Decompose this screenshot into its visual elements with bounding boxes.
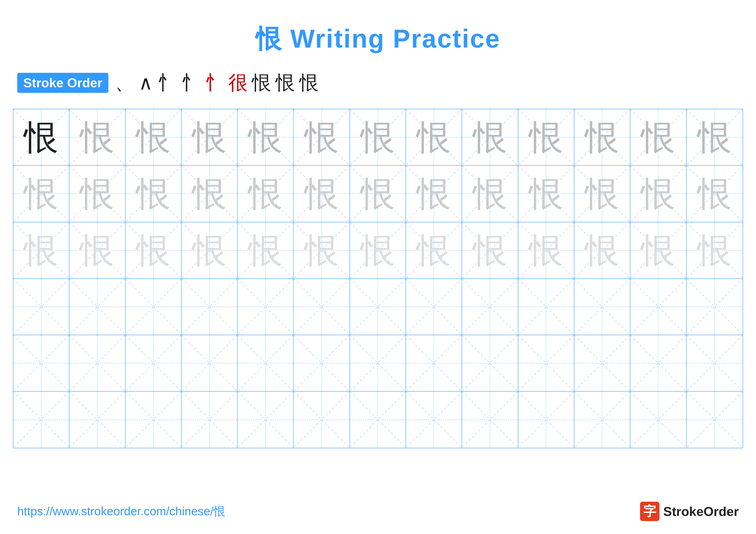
grid-cell: 恨 — [126, 222, 182, 278]
grid-cell: 恨 — [574, 109, 630, 165]
grid-row-2: 恨 恨 恨 恨 恨 恨 恨 恨 — [14, 165, 742, 222]
practice-char: 恨 — [417, 120, 451, 154]
practice-char: 恨 — [192, 233, 227, 267]
grid-cell — [462, 335, 518, 391]
grid-cell: 恨 — [462, 222, 518, 278]
grid-cell: 恨 — [518, 109, 574, 165]
grid-cell — [630, 335, 687, 391]
grid-cell — [687, 335, 742, 391]
grid-cell — [14, 335, 69, 391]
grid-cell: 恨 — [406, 165, 462, 222]
grid-cell — [14, 279, 69, 335]
practice-char: 恨 — [585, 176, 619, 211]
practice-char: 恨 — [697, 120, 732, 154]
stroke-seq-6: 很 — [228, 69, 248, 96]
practice-char: 恨 — [473, 233, 507, 267]
grid-cell — [14, 392, 69, 447]
stroke-seq-8: 恨 — [276, 69, 295, 96]
grid-cell — [294, 335, 350, 391]
logo-icon: 字 — [640, 502, 660, 521]
stroke-seq-9: 恨 — [299, 69, 319, 96]
grid-cell — [182, 392, 238, 447]
grid-cell: 恨 — [294, 109, 350, 165]
grid-cell: 恨 — [350, 165, 406, 222]
grid-cell — [238, 392, 294, 447]
grid-cell — [518, 335, 574, 391]
practice-char: 恨 — [136, 233, 171, 267]
practice-char: 恨 — [80, 176, 115, 211]
grid-cell — [126, 392, 182, 447]
practice-char: 恨 — [305, 120, 339, 154]
footer: https://www.strokeorder.com/chinese/恨 字 … — [17, 502, 739, 521]
grid-cell: 恨 — [406, 109, 462, 165]
grid-cell — [126, 335, 182, 391]
practice-char: 恨 — [529, 120, 563, 154]
practice-char: 恨 — [24, 176, 58, 211]
practice-char: 恨 — [529, 176, 563, 211]
grid-cell: 恨 — [69, 222, 125, 278]
grid-cell — [182, 279, 238, 335]
grid-cell — [69, 279, 125, 335]
grid-cell: 恨 — [687, 165, 742, 222]
grid-cell: 恨 — [518, 222, 574, 278]
grid-cell — [630, 392, 687, 447]
grid-cell — [238, 279, 294, 335]
grid-cell: 恨 — [406, 222, 462, 278]
stroke-sequence: 、 ∧ 忄 忄 忄 很 恨 恨 恨 — [115, 69, 319, 96]
grid-cell — [406, 279, 462, 335]
practice-char: 恨 — [473, 176, 507, 211]
grid-row-1: 恨 恨 恨 恨 恨 恨 恨 恨 — [14, 109, 742, 165]
stroke-order-row: Stroke Order 、 ∧ 忄 忄 忄 很 恨 恨 恨 — [0, 57, 756, 105]
grid-cell — [294, 279, 350, 335]
practice-char: 恨 — [529, 233, 563, 267]
grid-cell: 恨 — [630, 165, 687, 222]
grid-cell: 恨 — [350, 109, 406, 165]
practice-char: 恨 — [192, 176, 227, 211]
grid-row-4 — [14, 279, 742, 335]
grid-cell — [182, 335, 238, 391]
grid-cell — [406, 392, 462, 447]
grid-cell: 恨 — [126, 109, 182, 165]
grid-row-3: 恨 恨 恨 恨 恨 恨 恨 恨 — [14, 222, 742, 279]
practice-char: 恨 — [585, 233, 619, 267]
practice-char: 恨 — [136, 176, 171, 211]
grid-cell: 恨 — [182, 109, 238, 165]
grid-cell: 恨 — [69, 109, 125, 165]
practice-char: 恨 — [24, 233, 58, 267]
grid-cell: 恨 — [574, 165, 630, 222]
practice-char: 恨 — [136, 120, 171, 154]
grid-cell: 恨 — [294, 165, 350, 222]
grid-cell — [69, 392, 125, 447]
grid-cell — [518, 279, 574, 335]
grid-cell — [574, 279, 630, 335]
stroke-seq-1: 、 — [115, 69, 134, 96]
grid-cell — [238, 335, 294, 391]
practice-char: 恨 — [641, 233, 675, 267]
grid-cell: 恨 — [630, 109, 687, 165]
grid-cell — [406, 335, 462, 391]
footer-url: https://www.strokeorder.com/chinese/恨 — [17, 503, 226, 519]
grid-cell: 恨 — [687, 222, 742, 278]
stroke-seq-7: 恨 — [252, 69, 271, 96]
grid-cell: 恨 — [126, 165, 182, 222]
grid-cell: 恨 — [574, 222, 630, 278]
grid-cell — [350, 392, 406, 447]
grid-cell — [462, 279, 518, 335]
grid-cell: 恨 — [238, 165, 294, 222]
practice-char: 恨 — [305, 176, 339, 211]
title-char: 恨 — [256, 24, 282, 53]
grid-cell: 恨 — [294, 222, 350, 278]
grid-cell: 恨 — [462, 109, 518, 165]
grid-cell — [574, 335, 630, 391]
grid-cell — [350, 335, 406, 391]
grid-cell: 恨 — [182, 165, 238, 222]
grid-cell — [630, 279, 687, 335]
practice-char: 恨 — [248, 120, 283, 154]
practice-grid: 恨 恨 恨 恨 恨 恨 恨 恨 — [13, 109, 743, 448]
grid-cell: 恨 — [462, 165, 518, 222]
grid-cell — [574, 392, 630, 447]
practice-char: 恨 — [80, 233, 115, 267]
practice-char: 恨 — [417, 176, 451, 211]
grid-row-6 — [14, 392, 742, 447]
grid-cell: 恨 — [182, 222, 238, 278]
